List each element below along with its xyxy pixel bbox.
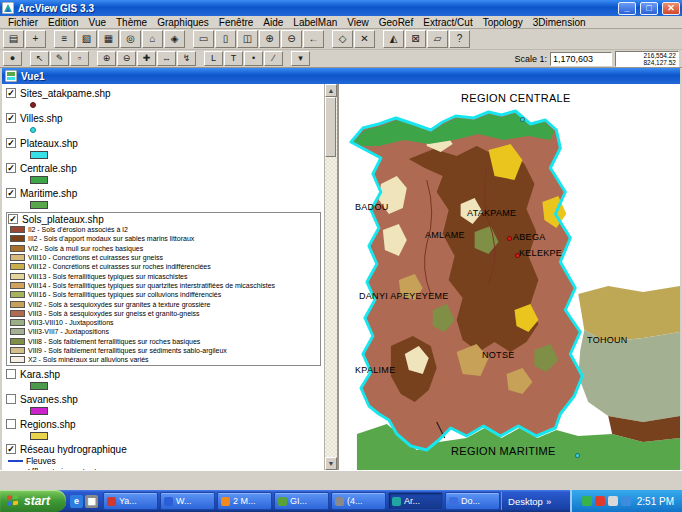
tool-dropdown-button[interactable]: ▾: [291, 51, 310, 66]
layer-symbol-row[interactable]: [6, 405, 324, 416]
theme-properties-button[interactable]: ≡: [54, 30, 75, 48]
pointer-tool-button[interactable]: ↖: [30, 51, 49, 66]
select-box-tool-button[interactable]: ▫: [70, 51, 89, 66]
layer-symbol-row[interactable]: [6, 174, 324, 185]
query-builder-button[interactable]: ◈: [164, 30, 185, 48]
scrollbar-track[interactable]: [325, 97, 337, 457]
desktop-toolbar[interactable]: Desktop »: [501, 492, 557, 510]
legend-class[interactable]: VIIl3-VIIl7 - Juxtapositions: [8, 327, 319, 336]
volume-icon[interactable]: [608, 496, 618, 506]
menu-extract-cut[interactable]: Extract/Cut: [418, 16, 477, 29]
taskbar-task-ya[interactable]: Ya...: [103, 492, 158, 510]
show-desktop-icon[interactable]: ▦: [85, 495, 98, 508]
zoom-out-tool-button[interactable]: ⊖: [117, 51, 136, 66]
legend-class[interactable]: VIII10 - Concrétions et cuirasses sur gn…: [8, 253, 319, 262]
layer-name[interactable]: Sols_plateaux.shp: [22, 214, 104, 225]
legend-class[interactable]: VIII14 - Sols ferrallitiques typiques su…: [8, 281, 319, 290]
pan-tool-button[interactable]: ✚: [137, 51, 156, 66]
menu-3dimension[interactable]: 3Dimension: [528, 16, 591, 29]
layer-symbol-row[interactable]: [6, 199, 324, 210]
layer-name[interactable]: Regions.shp: [20, 419, 76, 430]
start-button[interactable]: start: [0, 490, 66, 512]
zoom-full-extent-button[interactable]: ▭: [193, 30, 214, 48]
layer-name[interactable]: Centrale.shp: [20, 163, 77, 174]
scale-input[interactable]: [550, 52, 612, 66]
save-project-button[interactable]: ▤: [3, 30, 24, 48]
legend-class[interactable]: VIII3-VIII10 - Juxtapositions: [8, 318, 319, 327]
add-theme-button[interactable]: +: [25, 30, 46, 48]
menu-edition[interactable]: Edition: [43, 16, 84, 29]
layer-name[interactable]: Kara.shp: [20, 369, 60, 380]
network-icon[interactable]: [621, 496, 631, 506]
minimize-button[interactable]: _: [618, 2, 636, 15]
layer-checkbox-kara-shp[interactable]: [6, 369, 16, 379]
layer-checkbox-maritime-shp[interactable]: ✓: [6, 188, 16, 198]
messenger-icon[interactable]: [582, 496, 592, 506]
legend-scrollbar[interactable]: ▲ ▼: [324, 84, 337, 470]
menu-graphiques[interactable]: Graphiques: [152, 16, 214, 29]
zoom-in-button[interactable]: ⊕: [259, 30, 280, 48]
georeference-button[interactable]: ⊠: [405, 30, 426, 48]
taskbar-task-do[interactable]: Do...: [445, 492, 500, 510]
identify-tool-button[interactable]: ●: [3, 51, 22, 66]
legend-class[interactable]: Il2 - Sols d'érosion associés à l2: [8, 225, 319, 234]
layer-symbol-row[interactable]: [6, 430, 324, 441]
extract-button[interactable]: ▱: [427, 30, 448, 48]
taskbar-task-4[interactable]: (4...: [331, 492, 386, 510]
layer-name[interactable]: Savanes.shp: [20, 394, 78, 405]
legend-class[interactable]: X2 - Sols minéraux sur alluvions variés: [8, 355, 319, 364]
zoom-previous-button[interactable]: ←: [303, 30, 324, 48]
layer-name[interactable]: Plateaux.shp: [20, 138, 78, 149]
zoom-out-button[interactable]: ⊖: [281, 30, 302, 48]
menu-vue[interactable]: Vue: [84, 16, 111, 29]
find-button[interactable]: ◎: [120, 30, 141, 48]
zoom-active-theme-button[interactable]: ▯: [215, 30, 236, 48]
scroll-up-arrow-icon[interactable]: ▲: [325, 84, 337, 97]
legend-class[interactable]: VIII16 - Sols ferrallitiques typiques su…: [8, 290, 319, 299]
antivirus-icon[interactable]: [595, 496, 605, 506]
legend-class[interactable]: VIIl8 - Sols faiblement ferrallitiques s…: [8, 337, 319, 346]
vue-window-titlebar[interactable]: Vue1: [2, 68, 680, 84]
select-features-button[interactable]: ◇: [332, 30, 353, 48]
label-manager-button[interactable]: ◭: [383, 30, 404, 48]
menu-fen-tre[interactable]: Fenêtre: [214, 16, 258, 29]
menu-th-me[interactable]: Thème: [111, 16, 152, 29]
layer-name[interactable]: Sites_atakpame.shp: [20, 88, 111, 99]
measure-tool-button[interactable]: ↔: [157, 51, 176, 66]
legend-class[interactable]: VIIl2 - Sols à sesquioxydes sur granites…: [8, 299, 319, 308]
taskbar-task-gi[interactable]: GI...: [274, 492, 329, 510]
label-tool-button[interactable]: L: [204, 51, 223, 66]
legend-class[interactable]: Vl2 - Sols à mull sur roches basiques: [8, 244, 319, 253]
layer-checkbox-centrale-shp[interactable]: ✓: [6, 163, 16, 173]
layer-checkbox-sites-atakpame-shp[interactable]: ✓: [6, 88, 16, 98]
taskbar-task-w[interactable]: W...: [160, 492, 215, 510]
menu-labelman[interactable]: LabelMan: [288, 16, 342, 29]
layer-name[interactable]: Maritime.shp: [20, 188, 77, 199]
maximize-button[interactable]: □: [640, 2, 658, 15]
legend-class[interactable]: IIl2 - Sols d'apport modaux sur sables m…: [8, 234, 319, 243]
layer-name[interactable]: Réseau hydrographique: [20, 444, 127, 455]
layer-checkbox-villes-shp[interactable]: ✓: [6, 113, 16, 123]
menu-fichier[interactable]: Fichier: [3, 16, 43, 29]
text-tool-button[interactable]: T: [224, 51, 243, 66]
draw-point-tool-button[interactable]: •: [244, 51, 263, 66]
hotlink-tool-button[interactable]: ↯: [177, 51, 196, 66]
clear-selection-button[interactable]: ✕: [354, 30, 375, 48]
help-button[interactable]: ?: [449, 30, 470, 48]
layer-checkbox-regions-shp[interactable]: [6, 419, 16, 429]
legend-class[interactable]: Fleuves: [6, 455, 324, 466]
layer-symbol-row[interactable]: [6, 99, 324, 110]
layer-symbol-row[interactable]: [6, 149, 324, 160]
internet-explorer-icon[interactable]: e: [70, 495, 83, 508]
locate-address-button[interactable]: ⌂: [142, 30, 163, 48]
chevron-overflow-icon[interactable]: »: [546, 496, 551, 507]
taskbar-task-ar[interactable]: Ar...: [388, 492, 443, 510]
layer-symbol-row[interactable]: [6, 124, 324, 135]
legend-class[interactable]: VIIl3 - Sols à sesquioxydes sur gneiss e…: [8, 309, 319, 318]
menu-view[interactable]: View: [342, 16, 374, 29]
legend-class[interactable]: VIII13 - Sols ferrallitiques typiques su…: [8, 271, 319, 280]
scrollbar-thumb[interactable]: [325, 97, 336, 157]
taskbar-task-2-m[interactable]: 2 M...: [217, 492, 272, 510]
menu-aide[interactable]: Aide: [258, 16, 288, 29]
open-theme-table-button[interactable]: ▦: [98, 30, 119, 48]
